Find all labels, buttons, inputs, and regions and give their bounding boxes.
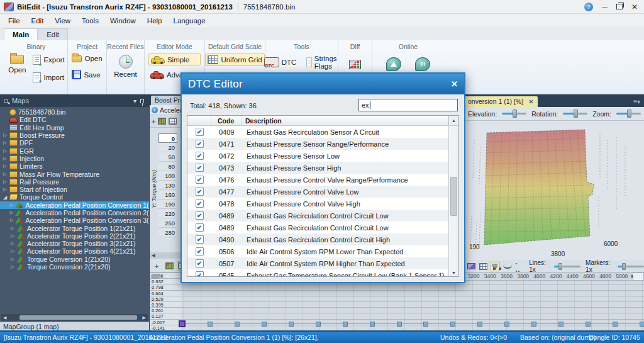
dialog-header[interactable]: DTC Editor ✕ (182, 74, 464, 94)
dtc-tool-button[interactable]: DTC (262, 56, 299, 69)
tree-item[interactable]: Limiters (0, 162, 149, 170)
tab-edit[interactable]: Edit (38, 28, 68, 40)
scroll-up-icon[interactable]: ▲ (448, 116, 458, 125)
uniform-grid-button[interactable]: Uniform Grid (205, 53, 264, 66)
map-horizontal-scrollbar[interactable] (150, 252, 180, 259)
expand-arrow-icon[interactable] (3, 164, 8, 169)
expand-arrow-icon[interactable] (10, 257, 15, 262)
dtc-row[interactable]: 0489 Exhaust Gas Recirculation Control C… (187, 210, 448, 222)
expand-arrow-icon[interactable] (3, 133, 8, 138)
zoom-slider[interactable] (616, 110, 641, 118)
expand-arrow-icon[interactable] (3, 140, 8, 145)
map-y-cell[interactable]: 130 (158, 181, 177, 190)
project-save-button[interactable]: Save (70, 69, 104, 81)
map-y-cell[interactable]: 80 (158, 162, 177, 171)
menu-item[interactable]: Window (104, 16, 142, 26)
rotation-slider[interactable] (563, 110, 587, 118)
line-with-markers-icon[interactable] (491, 262, 500, 271)
tree-item[interactable]: EGR (0, 147, 149, 154)
dtc-row[interactable]: 0489 Exhaust Gas Recirculation Control C… (187, 222, 448, 233)
data-marker[interactable] (289, 322, 294, 327)
expand-arrow-icon[interactable] (10, 203, 13, 208)
menu-item[interactable]: Tools (76, 16, 104, 26)
expand-arrow-icon[interactable] (10, 233, 15, 239)
data-marker[interactable] (613, 322, 618, 327)
data-marker[interactable] (504, 322, 509, 327)
pin-icon[interactable] (140, 99, 144, 103)
tree-item[interactable]: Mass Air Flow Temperature (0, 170, 149, 177)
checkbox-column-header[interactable] (187, 116, 211, 125)
move-icon[interactable]: + (152, 261, 162, 271)
data-marker[interactable] (450, 322, 455, 327)
menu-item[interactable]: Edit (26, 16, 50, 26)
colored-grid-icon[interactable] (164, 261, 174, 271)
dtc-checkbox[interactable] (196, 235, 204, 244)
tree-item[interactable]: Acceleration Pedal Position Conversion 1… (0, 201, 149, 209)
tree-item[interactable]: Injection (0, 155, 149, 162)
colored-grid-icon[interactable] (158, 118, 166, 125)
tab-main[interactable]: Main (4, 28, 38, 40)
dtc-row[interactable]: 0472 Exhaust Pressure Sensor Low (187, 150, 448, 162)
tree-item[interactable]: Accelerator Torque Position 4(21x21) (0, 247, 149, 255)
data-marker[interactable] (370, 322, 375, 327)
map-y-cell[interactable]: 20 (158, 143, 177, 152)
sidebar-horizontal-scrollbar[interactable]: ◀ ▶ (1, 314, 148, 321)
dtc-row[interactable]: 0473 Exhaust Pressure Sensor High (187, 162, 448, 174)
project-open-button[interactable]: Open (70, 53, 104, 64)
data-marker[interactable] (640, 322, 644, 327)
tree-item[interactable]: 7551848780.bin (0, 108, 149, 116)
dtc-checkbox[interactable] (196, 200, 204, 208)
dialog-close-icon[interactable]: ✕ (451, 79, 458, 89)
menu-item[interactable]: View (49, 16, 76, 26)
dtc-row[interactable]: 0409 Exhaust Gas Recirculation Sensor A … (187, 126, 448, 138)
map-y-cell[interactable]: 190 (158, 200, 177, 209)
data-marker[interactable] (477, 322, 482, 327)
tree-item[interactable]: DPF (0, 139, 149, 147)
simple-mode-button[interactable]: Simple (148, 53, 201, 65)
expand-arrow-icon[interactable] (10, 249, 15, 254)
strings-flags-button[interactable]: Strings Flags (304, 53, 341, 71)
dtc-search-input[interactable]: ex (358, 99, 458, 111)
code-column-header[interactable]: Code (211, 116, 242, 125)
export-button[interactable]: Export (31, 53, 66, 66)
map-y-cell[interactable]: 250 (158, 218, 177, 228)
expand-arrow-icon[interactable] (3, 172, 8, 177)
tree-item[interactable]: Start of Injection (0, 186, 149, 193)
tree-item[interactable]: Edit DTC (0, 116, 149, 123)
tab-list-icon[interactable]: ≡▾ (630, 98, 644, 107)
tree-item[interactable]: Torque Conversion 2(21x20) (0, 263, 149, 271)
recent-button[interactable]: Recent (111, 53, 139, 79)
online-update-icon[interactable] (386, 57, 401, 71)
dtc-scrollbar[interactable]: ▼ (448, 126, 458, 276)
data-marker[interactable] (235, 322, 240, 327)
minimize-button[interactable] (602, 2, 608, 11)
dtc-checkbox[interactable] (196, 247, 204, 256)
data-marker[interactable] (208, 322, 213, 327)
online-help-icon[interactable]: ?! (415, 57, 430, 71)
dtc-row[interactable]: 0507 Idle Air Control System RPM Higher … (187, 257, 448, 269)
restore-button[interactable] (616, 4, 623, 9)
tree-item[interactable]: Torque Control (0, 193, 149, 201)
info-icon[interactable]: i (152, 107, 158, 113)
expand-arrow-icon[interactable] (3, 194, 8, 200)
chart-scroll-pill[interactable] (151, 274, 159, 279)
expand-arrow-icon[interactable] (3, 187, 8, 192)
dtc-row[interactable]: 0477 Exhaust Pressure Control Valve Low (187, 186, 448, 198)
map-y-cell[interactable]: 0 (158, 133, 177, 143)
tab-conversion-active[interactable]: onversion 1 (1) [%] ✕ (465, 96, 538, 107)
expand-arrow-icon[interactable] (10, 264, 15, 269)
data-marker[interactable] (179, 320, 186, 327)
data-marker[interactable] (316, 322, 321, 327)
menu-item[interactable]: File (3, 16, 26, 26)
chevron-down-icon[interactable] (133, 97, 136, 104)
tree-item[interactable]: Accelerator Torque Position 1(21x21) (0, 224, 149, 232)
grid-toggle-icon[interactable] (479, 262, 488, 271)
tree-item[interactable]: Edit Hex Dump (0, 124, 149, 132)
dtc-row[interactable]: 0476 Exhaust Pressure Control Valve Rang… (187, 174, 448, 186)
menu-item[interactable]: Language (168, 16, 211, 26)
data-marker[interactable] (262, 322, 267, 327)
data-marker[interactable] (397, 322, 402, 327)
expand-arrow-icon[interactable] (3, 156, 8, 161)
dtc-checkbox[interactable] (196, 188, 204, 196)
tree-item[interactable]: Accelerator Torque Position 2(21x21) (0, 232, 149, 240)
